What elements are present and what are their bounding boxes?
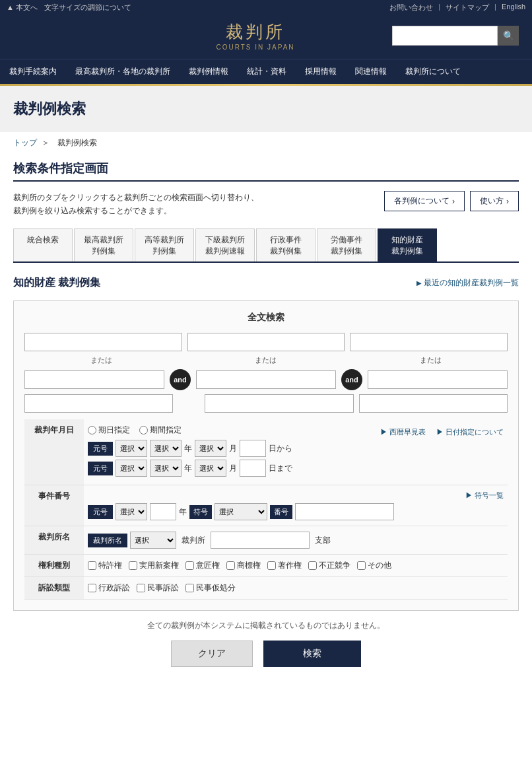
tab-administrative[interactable]: 行政事件裁判例集 [256,228,316,262]
nav-item-7[interactable]: 裁判所について [396,59,470,84]
recent-cases-link[interactable]: 最近の知的財産裁判例一覧 [416,278,519,287]
from-label: 日から [269,443,292,454]
fulltext-input-2c[interactable] [205,394,353,413]
gengo-btn-from[interactable]: 元号 [88,442,113,456]
year-unit-case: 年 [179,506,187,518]
suit-admin-label[interactable]: 行政訴訟 [88,582,130,594]
case-gengo-btn[interactable]: 元号 [88,505,113,519]
rights-trademark-label[interactable]: 商標権 [226,560,261,571]
about-cases-button[interactable]: 各判例について › [384,191,465,211]
rights-design-cb[interactable] [185,561,194,570]
rights-unfair-cb[interactable] [308,561,317,570]
page-title-area: 裁判例検索 [0,86,532,132]
month-select-from[interactable]: 選択 [195,440,226,457]
year-select-from[interactable]: 選択 [150,440,182,457]
nav-item-6[interactable]: 関連情報 [346,59,396,84]
nav-item-4[interactable]: 統計・資料 [238,59,296,84]
fulltext-input-1b[interactable] [24,370,164,389]
tab-labor[interactable]: 労働事件裁判例集 [317,228,376,262]
tab-integrated[interactable]: 統合検索 [13,228,73,262]
rights-design-label[interactable]: 意匠権 [185,560,220,571]
fulltext-row-3 [24,394,508,413]
header-search-input[interactable] [392,26,498,46]
howto-button[interactable]: 使い方 › [470,191,519,211]
search-button[interactable]: 検索 [263,641,361,667]
description-buttons: 各判例について › 使い方 › [384,191,519,211]
nav-item-2[interactable]: 最高裁判所・各地の裁判所 [66,59,180,84]
fulltext-title: 全文検索 [24,312,508,324]
tab-supreme[interactable]: 最高裁判所判例集 [74,228,133,262]
court-name-row: 裁判所名 裁判所名 選択 裁判所 支部 [24,526,508,555]
rights-other-label[interactable]: その他 [357,560,391,571]
action-buttons: クリア 検索 [13,641,519,680]
tab-ip[interactable]: 知的財産裁判例集 [378,228,437,262]
rights-copyright-cb[interactable] [267,561,276,570]
date-option-1-radio[interactable] [88,426,96,434]
gengo-select-from[interactable]: 選択 [116,440,147,457]
contact-link[interactable]: お問い合わせ [389,3,433,13]
gengo-btn-to[interactable]: 元号 [88,462,113,475]
or-label-1: または [24,355,178,365]
suit-injunction-cb[interactable] [185,584,194,592]
main-text-link[interactable]: ▲ 本文へ [7,3,38,13]
suit-civil-cb[interactable] [137,584,145,592]
fulltext-input-3c[interactable] [359,394,508,413]
case-year-input[interactable] [150,503,176,520]
english-link[interactable]: English [502,3,525,13]
month-select-to[interactable]: 選択 [195,460,226,477]
nav-item-1[interactable]: 裁判手続案内 [0,59,66,84]
breadcrumb-top-link[interactable]: トップ [13,138,37,147]
clear-button[interactable]: クリア [171,641,253,667]
suit-admin-cb[interactable] [88,584,96,592]
top-bar-right: お問い合わせ | サイトマップ | English [389,3,525,13]
case-number-input[interactable] [295,503,394,520]
rights-unfair-label[interactable]: 不正競争 [308,560,350,571]
fulltext-input-1c[interactable] [24,394,173,413]
date-about-link[interactable]: 日付指定について [436,427,504,437]
court-name-input[interactable] [211,532,310,549]
case-gengo-select[interactable]: 選択 [116,503,147,520]
fulltext-input-2b[interactable] [196,370,336,389]
font-size-link[interactable]: 文字サイズの調節について [44,3,131,13]
tab-lower[interactable]: 下級裁判所裁判例速報 [195,228,255,262]
month-unit-to: 月 [229,463,237,474]
date-option-2-label[interactable]: 期間指定 [139,425,182,436]
rights-patent-cb[interactable] [88,561,96,570]
symbol-select[interactable]: 選択 [215,503,267,520]
date-option-2-radio[interactable] [139,426,148,434]
search-form-table: 裁判年月日 期日指定 期間指定 [24,419,508,600]
suit-injunction-label[interactable]: 民事仮処分 [185,582,236,594]
nav-item-3[interactable]: 裁判例情報 [180,59,238,84]
rights-utility-label[interactable]: 実用新案権 [129,560,179,571]
top-bar: ▲ 本文へ 文字サイズの調節について お問い合わせ | サイトマップ | Eng… [0,0,532,15]
rights-trademark-cb[interactable] [226,561,235,570]
fulltext-input-2a[interactable] [187,333,345,351]
year-select-to[interactable]: 選択 [150,460,182,477]
breadcrumb-current: 裁判例検索 [57,138,97,147]
court-type-select[interactable]: 選択 [130,532,176,549]
gengo-select-to[interactable]: 選択 [116,460,147,477]
fulltext-input-1a[interactable] [24,333,182,351]
fulltext-row-2: and and [24,369,508,390]
rights-patent-label[interactable]: 特許権 [88,560,122,571]
day-input-from[interactable] [240,440,266,457]
fulltext-input-3b[interactable] [368,370,508,389]
rights-copyright-label[interactable]: 著作権 [267,560,302,571]
or-label-3: または [354,355,508,365]
rights-utility-cb[interactable] [129,561,137,570]
symbol-list-link[interactable]: 符号一覧 [465,491,504,501]
site-logo: 裁判所 COURTS IN JAPAN [216,20,294,51]
search-container: 全文検索 または または または and and [13,300,519,611]
header-search-button[interactable]: 🔍 [498,26,519,46]
date-option-1-label[interactable]: 期日指定 [88,425,130,436]
tab-high[interactable]: 高等裁判所判例集 [135,228,194,262]
rights-other-cb[interactable] [357,561,366,570]
date-top-area: 期日指定 期間指定 西暦早見表 日付指定について [88,425,504,440]
fulltext-input-3a[interactable] [350,333,508,351]
nav-item-5[interactable]: 採用情報 [296,59,346,84]
day-input-to[interactable] [240,460,266,477]
court-name-btn[interactable]: 裁判所名 [88,534,127,547]
sitemap-link[interactable]: サイトマップ [446,3,489,13]
seireki-link[interactable]: 西暦早見表 [380,427,426,437]
suit-civil-label[interactable]: 民事訴訟 [137,582,179,594]
